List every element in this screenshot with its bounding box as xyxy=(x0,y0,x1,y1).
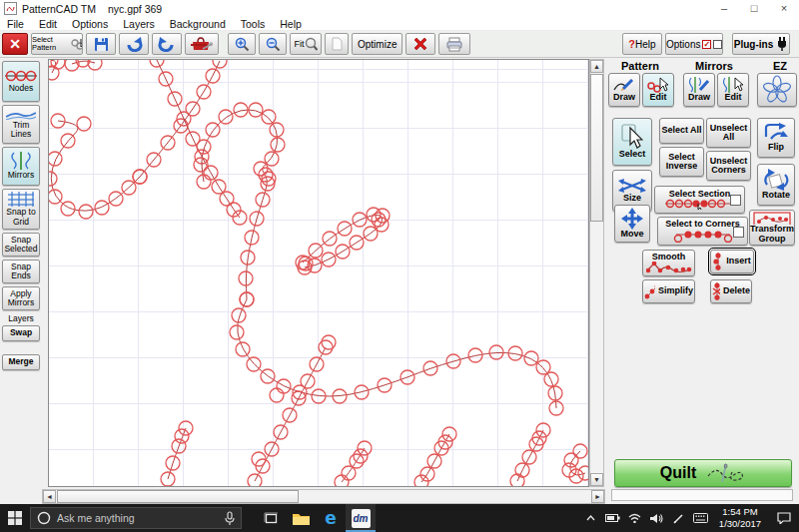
pen-icon[interactable] xyxy=(668,504,689,532)
select-section-checkbox[interactable] xyxy=(730,195,741,206)
zoom-out-button[interactable] xyxy=(259,33,287,55)
taskbar-clock[interactable]: 1:54 PM 1/30/2017 xyxy=(712,506,768,530)
wifi-icon[interactable] xyxy=(624,504,645,532)
minimize-button[interactable]: – xyxy=(709,0,739,17)
simplify-button[interactable]: Simplify xyxy=(642,279,695,303)
zoom-in-button[interactable] xyxy=(228,33,256,55)
delete-node-icon xyxy=(712,282,720,300)
redo-button[interactable] xyxy=(152,33,182,55)
select-inverse-button[interactable]: Select Inverse xyxy=(659,147,704,177)
menu-tools[interactable]: Tools xyxy=(241,18,266,30)
undo-button[interactable] xyxy=(119,33,149,55)
sidebar-item-snap-selected[interactable]: Snap Selected xyxy=(2,233,40,257)
select-to-corners-button[interactable]: Select to Corners xyxy=(657,217,748,246)
mirrors-edit-button[interactable]: Edit xyxy=(717,73,749,107)
toolbar: ✕ Select Pattern Fit Optim xyxy=(0,31,799,58)
merge-button[interactable]: Merge xyxy=(2,354,40,370)
clock-date: 1/30/2017 xyxy=(712,518,768,530)
optimize-button[interactable]: Optimize xyxy=(352,33,402,55)
unselect-all-button[interactable]: Unselect All xyxy=(706,118,751,148)
vertical-scroll-thumb[interactable] xyxy=(590,74,603,222)
maximize-button[interactable]: □ xyxy=(739,0,769,17)
battery-icon[interactable] xyxy=(602,504,623,532)
save-button[interactable] xyxy=(86,33,116,55)
mirrors-draw-button[interactable]: Draw xyxy=(683,73,715,107)
vertical-scrollbar[interactable]: ▲ ▼ xyxy=(589,59,604,487)
options-checkbox-empty[interactable] xyxy=(713,40,722,49)
mic-icon[interactable] xyxy=(225,511,235,525)
fit-button[interactable]: Fit xyxy=(290,33,322,55)
edge-button[interactable]: e xyxy=(316,504,346,532)
plugins-button[interactable]: Plug-ins xyxy=(732,33,790,55)
insert-button[interactable]: Insert xyxy=(710,250,754,273)
speaker-icon[interactable] xyxy=(646,504,667,532)
sidebar-item-apply-mirrors[interactable]: Apply Mirrors xyxy=(2,286,40,310)
print-button[interactable] xyxy=(438,33,470,55)
patterncad-taskbar-button[interactable]: dm xyxy=(346,504,376,532)
chevron-up-icon[interactable] xyxy=(580,504,601,532)
fit-icon xyxy=(305,37,318,51)
document-title: nyc.gpf 369 xyxy=(108,3,162,15)
sidebar-item-mirrors[interactable]: Mirrors xyxy=(2,147,40,186)
menu-help[interactable]: Help xyxy=(280,18,302,30)
nodes-icon xyxy=(5,70,37,83)
printer-icon xyxy=(445,37,463,52)
horizontal-scroll-thumb[interactable] xyxy=(57,490,299,503)
file-explorer-button[interactable] xyxy=(286,504,316,532)
menu-file[interactable]: File xyxy=(7,18,24,30)
pattern-edit-button[interactable]: Edit xyxy=(642,73,674,107)
help-button[interactable]: ? Help xyxy=(622,33,662,55)
move-button[interactable]: Move xyxy=(614,205,650,243)
ez-button[interactable] xyxy=(757,73,797,107)
sidebar-item-nodes[interactable]: Nodes xyxy=(2,61,40,102)
select-pattern-button[interactable]: Select Pattern xyxy=(31,33,83,55)
insert-icon xyxy=(713,253,723,270)
flip-button[interactable]: Flip xyxy=(757,118,795,158)
scroll-left-arrow[interactable]: ◄ xyxy=(43,490,56,503)
edge-icon: e xyxy=(325,508,337,528)
select-pattern-icon xyxy=(71,38,82,50)
sidebar-item-snap-to-grid[interactable]: Snap to Grid xyxy=(2,189,40,230)
tools-button[interactable] xyxy=(185,33,219,55)
horizontal-scrollbar[interactable]: ◄ ► xyxy=(42,489,605,504)
pattern-draw-button[interactable]: Draw xyxy=(608,73,640,107)
scroll-up-arrow[interactable]: ▲ xyxy=(590,60,603,73)
rotate-button[interactable]: Rotate xyxy=(757,164,795,206)
close-window-button[interactable]: × xyxy=(769,0,799,17)
options-checkbox-checked[interactable]: ✓ xyxy=(702,40,711,49)
menu-options[interactable]: Options xyxy=(72,18,108,30)
delete-button-toolbar[interactable] xyxy=(405,33,435,55)
pencil-icon xyxy=(613,77,635,93)
transform-group-button[interactable]: Transform Group xyxy=(749,210,795,246)
menu-background[interactable]: Background xyxy=(170,18,226,30)
swap-button[interactable]: Swap xyxy=(2,325,40,341)
menu-edit[interactable]: Edit xyxy=(39,18,57,30)
menu-layers[interactable]: Layers xyxy=(123,18,155,30)
scroll-right-arrow[interactable]: ► xyxy=(591,490,604,503)
smooth-button[interactable]: Smooth xyxy=(642,250,695,276)
close-pattern-button[interactable]: ✕ xyxy=(2,33,28,55)
layers-label: Layers xyxy=(0,313,42,323)
task-view-button[interactable] xyxy=(256,504,286,532)
delete-node-button[interactable]: Delete xyxy=(710,279,752,303)
sidebar-item-snap-ends[interactable]: Snap Ends xyxy=(2,260,40,283)
select-section-button[interactable]: Select Section xyxy=(654,186,745,214)
quilt-button[interactable]: Quilt xyxy=(614,459,792,487)
search-input[interactable]: Ask me anything xyxy=(30,507,242,529)
title-bar: PatternCAD TM nyc.gpf 369 – □ × xyxy=(0,0,799,17)
scroll-down-arrow[interactable]: ▼ xyxy=(590,473,603,486)
select-to-corners-checkbox[interactable] xyxy=(733,227,744,238)
sidebar-item-trim-lines[interactable]: Trim Lines xyxy=(2,105,40,144)
select-button[interactable]: Select xyxy=(612,118,652,166)
windows-taskbar: Ask me anything e dm 1:54 PM 1/30 xyxy=(0,504,799,532)
smooth-icon xyxy=(646,262,692,273)
start-icon xyxy=(8,511,22,525)
pattern-canvas[interactable] xyxy=(48,59,589,487)
unselect-corners-button[interactable]: Unselect Corners xyxy=(706,151,751,181)
action-center-icon[interactable] xyxy=(769,504,799,532)
start-button[interactable] xyxy=(0,504,30,532)
options-button[interactable]: Options ✓ xyxy=(665,33,723,55)
keyboard-icon[interactable] xyxy=(690,504,711,532)
new-page-button[interactable] xyxy=(325,33,349,55)
select-all-button[interactable]: Select All xyxy=(659,118,704,144)
